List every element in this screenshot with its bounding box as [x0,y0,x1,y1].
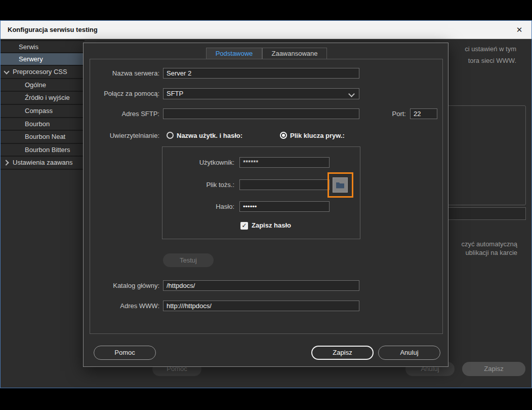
web-url-input[interactable] [163,301,359,311]
identity-file-label: Plik tożs.: [174,179,234,190]
background-input [445,207,526,220]
sidebar-item-serwis[interactable]: Serwis [1,40,85,53]
connect-method-select[interactable]: SFTP [163,88,359,99]
sftp-address-label: Adres SFTP: [89,108,159,119]
background-text: ublikacji na karcie [465,249,517,256]
sidebar-item-ustawienia-zaawansowane[interactable]: Ustawienia zaawans [1,157,85,170]
credentials-panel: Użytkownik: Plik tożs.: Hasło: ✓ Zapisz … [162,146,360,239]
sidebar: Serwis Serwery Preprocesory CSS Ogólne Ź… [1,40,85,170]
web-url-label: Adres WWW: [89,301,159,311]
sidebar-item-bourbon[interactable]: Bourbon [1,118,85,131]
server-name-label: Nazwa serwera: [89,68,159,79]
sidebar-item-serwery[interactable]: Serwery [1,53,85,66]
tab-podstawowe[interactable]: Podstawowe [206,48,262,59]
connect-method-value: SFTP [167,90,183,97]
sidebar-item-label: Źródło i wyjście [25,92,70,103]
background-panel [445,105,526,205]
sidebar-item-label: Ustawienia zaawans [13,157,73,168]
browse-folder-button[interactable] [333,177,348,193]
save-button[interactable]: Zapisz [311,346,374,360]
sidebar-item-label: Compass [25,105,53,117]
server-name-input[interactable] [163,68,359,79]
chevron-right-icon[interactable] [3,160,9,166]
chevron-down-icon [348,91,355,97]
title-bar: Konfiguracja serwisu testing ✕ [1,21,531,39]
username-input[interactable] [239,157,330,168]
sidebar-item-ogolne[interactable]: Ogólne [1,79,85,92]
sftp-address-input[interactable] [163,108,359,119]
username-label: Użytkownik: [174,157,234,168]
sidebar-item-label: Bourbon Bitters [25,144,70,156]
sidebar-item-compass[interactable]: Compass [1,105,85,118]
background-text: czyć automatyczną [461,240,517,248]
radio-username-password-label[interactable]: Nazwa użytk. i hasło: [177,130,242,141]
sidebar-item-label: Serwery [19,53,43,65]
connect-method-label: Połącz za pomocą: [89,88,159,99]
window-body: Serwis Serwery Preprocesory CSS Ogólne Ź… [1,39,531,388]
identity-file-input[interactable] [239,179,330,190]
root-directory-label: Katalog główny: [89,280,159,291]
window-title: Konfiguracja serwisu testing [8,21,98,39]
password-input[interactable] [239,201,330,212]
sidebar-item-label: Preprocesory CSS [13,66,67,78]
help-button[interactable]: Pomoc [94,346,156,360]
sidebar-item-bourbon-neat[interactable]: Bourbon Neat [1,131,85,144]
sidebar-item-zrodlo-i-wyjscie[interactable]: Źródło i wyjście [1,92,85,105]
sidebar-item-bourbon-bitters[interactable]: Bourbon Bitters [1,144,85,157]
cancel-button[interactable]: Anuluj [378,346,440,360]
chevron-down-icon[interactable] [4,69,9,74]
save-password-checkbox[interactable]: ✓ [240,222,248,230]
sidebar-item-label: Bourbon [25,118,50,130]
sidebar-item-preprocesory-css[interactable]: Preprocesory CSS [1,66,85,79]
dialog-window: Konfiguracja serwisu testing ✕ Serwis Se… [0,20,532,388]
background-text: ci ustawień w tym [465,45,516,53]
close-icon[interactable]: ✕ [512,21,526,39]
radio-private-key-label[interactable]: Plik klucza pryw.: [290,130,345,141]
background-text: tora sieci WWW. [468,57,516,64]
background-save-button: Zapisz [462,362,525,376]
sidebar-item-label: Bourbon Neat [25,131,65,142]
root-directory-input[interactable] [163,280,359,291]
radio-private-key[interactable] [280,132,287,139]
sidebar-item-label: Serwis [19,41,38,53]
save-password-label[interactable]: Zapisz hasło [252,221,291,230]
password-label: Hasło: [174,201,234,212]
server-settings-dialog: Podstawowe Zaawansowane Nazwa serwera: P… [83,43,448,367]
folder-icon [336,182,344,189]
tab-zaawansowane[interactable]: Zaawansowane [262,48,327,59]
authentication-label: Uwierzytelnianie: [89,130,159,141]
sidebar-item-label: Ogólne [25,79,46,91]
radio-username-password[interactable] [167,132,174,139]
port-label: Port: [376,108,406,119]
port-input[interactable] [410,108,437,119]
test-button[interactable]: Testuj [163,253,214,267]
